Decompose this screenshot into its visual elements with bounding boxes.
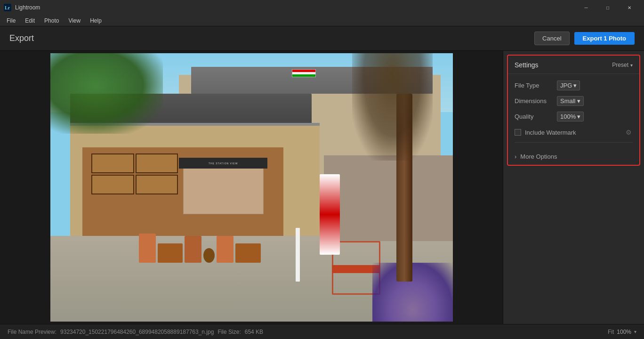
statusbar: File Name Preview: 93234720_150221796484… — [0, 324, 644, 339]
svg-text:Lr: Lr — [5, 5, 10, 10]
header-buttons: Cancel Export 1 Photo — [534, 32, 635, 45]
divider — [515, 142, 633, 143]
file-type-row: File Type JPG ▾ — [515, 78, 633, 93]
chair — [139, 234, 156, 263]
quality-row: Quality 100% ▾ — [515, 109, 633, 124]
leaves-top-left — [50, 53, 163, 134]
settings-panel: Settings Preset ▾ File Type JPG ▾ — [507, 55, 640, 166]
menu-view[interactable]: View — [64, 16, 85, 25]
file-type-label: File Type — [515, 82, 557, 89]
window-cell — [136, 153, 178, 173]
watermark-checkbox[interactable] — [515, 129, 521, 136]
photo-area: THE STATION VIEW — [0, 51, 503, 324]
app-icon: Lr — [4, 4, 11, 11]
window-cell — [91, 153, 134, 173]
filename-label: File Name Preview: — [8, 329, 56, 335]
settings-header: Settings Preset ▾ — [508, 56, 639, 74]
menu-photo[interactable]: Photo — [40, 16, 64, 25]
more-options-label: More Options — [520, 153, 557, 160]
barrier-post — [320, 174, 340, 255]
cancel-button[interactable]: Cancel — [534, 32, 569, 45]
file-type-value: JPG — [560, 82, 572, 89]
export-section-title: Export — [9, 33, 34, 43]
dimensions-row: Dimensions Small ▾ — [515, 93, 633, 109]
tree-branches — [352, 53, 433, 161]
dimensions-chevron-icon: ▾ — [577, 97, 580, 105]
curtains — [183, 161, 264, 214]
quality-chevron-icon: ▾ — [577, 113, 580, 120]
sign-board: THE STATION VIEW — [179, 158, 267, 169]
export-button[interactable]: Export 1 Photo — [574, 32, 635, 45]
titlebar-controls: ─ □ ✕ — [575, 0, 640, 15]
file-type-dropdown[interactable]: JPG ▾ — [557, 81, 580, 90]
preset-dropdown[interactable]: Preset ▾ — [612, 62, 633, 68]
right-panel: Settings Preset ▾ File Type JPG ▾ — [503, 51, 644, 324]
menu-edit[interactable]: Edit — [20, 16, 40, 25]
more-options-row[interactable]: › More Options — [508, 148, 639, 165]
photo-wrapper: THE STATION VIEW — [50, 53, 453, 322]
filesize-label: File Size: — [217, 329, 241, 335]
dimensions-value: Small — [560, 97, 576, 105]
settings-title: Settings — [515, 61, 539, 69]
window-cell — [136, 175, 178, 194]
photo-scene: THE STATION VIEW — [50, 53, 453, 322]
chair — [185, 236, 201, 262]
minimize-button[interactable]: ─ — [575, 0, 597, 15]
menu-file[interactable]: File — [2, 16, 20, 25]
quality-label: Quality — [515, 113, 557, 120]
dimensions-dropdown[interactable]: Small ▾ — [557, 96, 584, 106]
titlebar: Lr Lightroom ─ □ ✕ — [0, 0, 644, 15]
file-type-chevron-icon: ▾ — [573, 82, 577, 89]
statusbar-right: Fit 100% ▾ — [608, 329, 636, 335]
menu-help[interactable]: Help — [85, 16, 106, 25]
stone-wall — [324, 155, 453, 241]
windows-left — [90, 153, 179, 195]
watermark-row: Include Watermark ⚙ — [515, 124, 633, 140]
bollard — [296, 228, 300, 282]
gear-icon[interactable]: ⚙ — [624, 128, 633, 137]
chevron-down-icon: ▾ — [630, 63, 633, 68]
zoom-chevron-icon: ▾ — [634, 329, 636, 334]
preset-label: Preset — [612, 62, 628, 68]
fit-label: Fit — [608, 329, 614, 335]
menubar: File Edit Photo View Help — [0, 15, 644, 26]
main-content: THE STATION VIEW — [0, 51, 644, 324]
titlebar-left: Lr Lightroom — [4, 4, 40, 11]
window-cell — [91, 175, 134, 194]
table — [235, 243, 261, 263]
zoom-value: 100% — [617, 329, 631, 335]
quality-value: 100% — [560, 113, 576, 120]
pot — [203, 248, 215, 263]
sign-text: THE STATION VIEW — [209, 162, 238, 165]
watermark-label: Include Watermark — [525, 129, 620, 136]
filesize-value: 654 KB — [245, 329, 263, 335]
furniture-area — [139, 214, 280, 263]
statusbar-left: File Name Preview: 93234720_150221796484… — [8, 329, 263, 335]
quality-dropdown[interactable]: 100% ▾ — [557, 112, 584, 121]
flag — [292, 69, 316, 77]
settings-body: File Type JPG ▾ Dimensions Small ▾ — [508, 74, 639, 148]
app-title: Lightroom — [15, 4, 40, 11]
filename-value: 93234720_150221796484260_689948205888918… — [60, 329, 214, 335]
dimensions-label: Dimensions — [515, 97, 557, 105]
app-header: Export Cancel Export 1 Photo — [0, 26, 644, 51]
maximize-button[interactable]: □ — [597, 0, 619, 15]
flowers — [372, 263, 453, 322]
table — [158, 243, 183, 263]
chair — [217, 236, 233, 262]
close-button[interactable]: ✕ — [619, 0, 640, 15]
expand-icon: › — [515, 153, 516, 160]
